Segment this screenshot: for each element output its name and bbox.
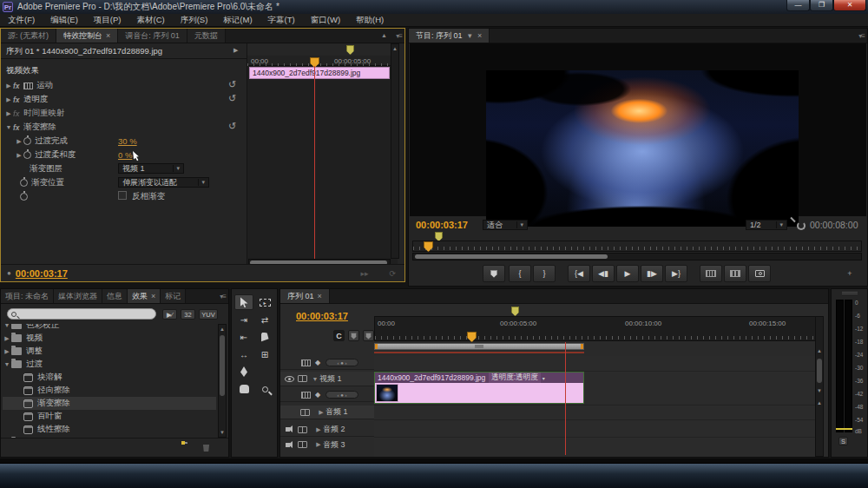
- trash-icon[interactable]: [202, 443, 210, 452]
- sync-lock-icon[interactable]: [298, 426, 307, 433]
- menu-item-help[interactable]: 帮助(H): [348, 15, 391, 26]
- tab-media-browser[interactable]: 媒体浏览器: [54, 289, 102, 303]
- video1-track-header[interactable]: ▼ 视频 1: [280, 372, 374, 386]
- program-scrollbar[interactable]: [412, 253, 862, 260]
- tab-source[interactable]: 源: (无素材): [1, 29, 56, 43]
- rate-stretch-tool[interactable]: ⇤: [234, 329, 253, 345]
- add-marker-button[interactable]: [483, 265, 505, 282]
- stopwatch-icon[interactable]: [23, 151, 31, 159]
- display-style-icon[interactable]: [301, 392, 311, 399]
- timeline-ruler[interactable]: 00:00 00:00:05:00 00:00:10:00 00:00:15:0…: [374, 316, 824, 341]
- extract-button[interactable]: [724, 265, 746, 282]
- tree-item-adjust[interactable]: ▶调整: [3, 345, 216, 358]
- export-frame-button[interactable]: [748, 265, 771, 282]
- audio3-track-header[interactable]: ▶ 音频 3: [280, 438, 374, 452]
- tab-audio-mixer[interactable]: 调音台: 序列 01: [118, 29, 187, 43]
- playhead-line[interactable]: [565, 342, 566, 455]
- work-area-bar[interactable]: [374, 343, 584, 350]
- reset-gradient-wipe-icon[interactable]: ↺: [228, 121, 236, 132]
- fx-header-expand-icon[interactable]: ▶: [233, 47, 238, 54]
- resolution-dropdown[interactable]: 1/2▾: [746, 220, 787, 230]
- tab-markers[interactable]: 标记: [161, 289, 186, 303]
- menu-item-title[interactable]: 字幕(T): [260, 15, 303, 26]
- expand-track-icon[interactable]: ▶: [314, 426, 323, 433]
- keyframe-nav[interactable]: ‹ ● ›: [326, 359, 358, 366]
- stopwatch-icon[interactable]: [23, 137, 31, 145]
- hand-tool[interactable]: [234, 381, 253, 397]
- audio2-track-header[interactable]: ▶ 音频 2: [280, 423, 374, 437]
- fx-timecode[interactable]: 00:00:03:17: [16, 268, 68, 279]
- loop-icon[interactable]: ⟳: [389, 269, 396, 278]
- timeline-vertical-scrollbar[interactable]: ▲ ▼ ▲: [815, 316, 824, 457]
- tab-close-icon[interactable]: ×: [106, 31, 110, 40]
- tab-sequence-01[interactable]: 序列 01×: [280, 289, 330, 303]
- gradient-placement-dropdown[interactable]: 伸展渐变以适配▾: [118, 177, 209, 188]
- step-back-button[interactable]: ◀▮: [592, 265, 615, 282]
- accelerated-effects-badge[interactable]: ▶⁄: [162, 309, 177, 320]
- expand-track-icon[interactable]: ▶: [317, 409, 326, 416]
- minimize-button[interactable]: —: [786, 0, 810, 11]
- invert-gradient-checkbox[interactable]: [118, 191, 127, 200]
- tree-item-venetian-blinds[interactable]: 百叶窗: [3, 410, 216, 423]
- tree-item-linear-wipe[interactable]: 线性擦除: [3, 423, 216, 436]
- playhead-icon[interactable]: [424, 241, 433, 252]
- rolling-edit-tool[interactable]: ⇄: [255, 312, 274, 327]
- menu-item-file[interactable]: 文件(F): [0, 15, 43, 26]
- mark-out-button[interactable]: }: [533, 265, 556, 282]
- fx-row-time-remap[interactable]: ▶ fx 时间重映射: [4, 107, 239, 120]
- menu-item-marker[interactable]: 标记(M): [215, 15, 260, 26]
- fx-row-opacity[interactable]: ▶ fx 透明度: [4, 93, 239, 106]
- menu-item-clip[interactable]: 素材(C): [128, 15, 172, 26]
- tree-item-video[interactable]: ▶视频: [3, 332, 216, 345]
- tree-item-radial-wipe[interactable]: 径向擦除: [3, 384, 216, 397]
- expand-icon[interactable]: ▶: [4, 82, 13, 89]
- program-ruler[interactable]: [412, 241, 862, 252]
- panel-menu-icon[interactable]: ▾≡: [396, 32, 402, 40]
- fit-dropdown[interactable]: 适合▾: [483, 220, 528, 230]
- fx-row-gradient-wipe[interactable]: ▼ fx 渐变擦除: [4, 121, 239, 134]
- timeline-timecode[interactable]: 00:00:03:17: [296, 311, 348, 321]
- lift-button[interactable]: [700, 265, 722, 282]
- fx-row-motion[interactable]: ▶ fx 运动: [4, 79, 239, 92]
- completion-value[interactable]: 30 %: [118, 136, 137, 146]
- mini-timeline-clip[interactable]: 1440x900_2d7edf917d28899.jpg: [249, 67, 390, 79]
- yuv-badge[interactable]: YUV: [199, 309, 218, 320]
- expand-track-icon[interactable]: ▶: [314, 441, 323, 448]
- show-keyframes-icon[interactable]: ◆: [315, 359, 320, 366]
- chevron-down-icon[interactable]: ▾: [468, 31, 472, 40]
- tree-item-transition[interactable]: ▼过渡: [3, 358, 216, 371]
- stopwatch-icon[interactable]: [20, 193, 28, 201]
- tab-info[interactable]: 信息: [102, 289, 128, 303]
- panel-grip[interactable]: [842, 292, 858, 294]
- collapse-section-icon[interactable]: ▲: [381, 32, 387, 38]
- encore-marker-button[interactable]: [348, 330, 359, 341]
- play-button[interactable]: ▶: [616, 265, 639, 282]
- tab-effects[interactable]: 效果×: [128, 289, 161, 303]
- tree-item-color-correction[interactable]: ▼色彩校正: [3, 324, 216, 332]
- speaker-icon[interactable]: [286, 443, 290, 447]
- softness-value[interactable]: 0 %: [118, 150, 132, 160]
- selection-tool[interactable]: [234, 294, 253, 310]
- menu-item-window[interactable]: 窗口(W): [303, 15, 348, 26]
- snap-toggle[interactable]: C: [333, 330, 345, 341]
- track-select-tool[interactable]: ▸: [255, 294, 274, 310]
- pen-tool[interactable]: [234, 364, 253, 379]
- mark-in-button[interactable]: {: [509, 265, 531, 282]
- go-to-out-button[interactable]: ▶}: [665, 265, 687, 282]
- slide-tool[interactable]: ⊞: [255, 346, 274, 362]
- panel-menu-icon[interactable]: ▾≡: [858, 32, 865, 40]
- maximize-button[interactable]: ❐: [810, 0, 833, 11]
- close-button[interactable]: ✕: [833, 0, 866, 11]
- go-to-in-button[interactable]: {◀: [568, 265, 590, 282]
- tab-metadata[interactable]: 元数据: [187, 29, 226, 43]
- reset-motion-icon[interactable]: ↺: [228, 79, 236, 90]
- slip-tool[interactable]: ↔: [234, 346, 253, 362]
- display-style-icon[interactable]: [301, 359, 311, 366]
- sync-lock-icon[interactable]: [298, 375, 307, 382]
- program-timecode[interactable]: 00:00:03:17: [416, 220, 468, 230]
- timeline-clip[interactable]: 1440x900_2d7edf917d28899.jpg 透明度:透明度 ▾: [374, 372, 584, 404]
- nudge-play-icon[interactable]: ▸▸: [360, 269, 368, 278]
- sync-lock-icon[interactable]: [300, 409, 310, 416]
- gradient-layer-dropdown[interactable]: 视频 1▾: [118, 163, 184, 174]
- zoom-tool[interactable]: [255, 381, 274, 397]
